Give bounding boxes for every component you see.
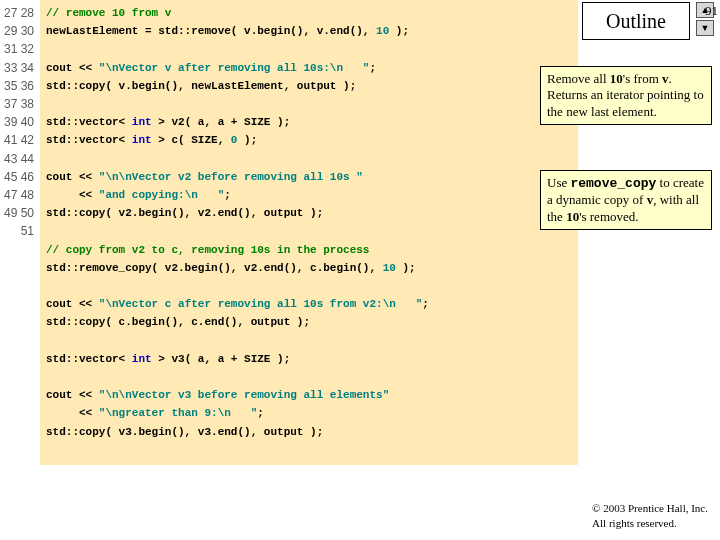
anno-text: 's from	[623, 71, 662, 86]
anno-bold: 10	[610, 71, 623, 86]
copyright-notice: © 2003 Prentice Hall, Inc. All rights re…	[592, 501, 708, 530]
code-block: 27 28 29 30 31 32 33 34 35 36 37 38 39 4…	[0, 0, 578, 465]
page-number: 91	[705, 3, 718, 19]
code-content: // remove 10 from v newLastElement = std…	[40, 0, 578, 465]
outline-heading-box: Outline	[582, 2, 690, 40]
outline-label: Outline	[606, 10, 666, 33]
anno-bold: 10	[566, 209, 579, 224]
scroll-down-button[interactable]: ▼	[696, 20, 714, 36]
anno-code: remove_copy	[570, 176, 656, 191]
annotation-remove-copy: Use remove_copy to create a dynamic copy…	[540, 170, 712, 230]
anno-text: Remove all	[547, 71, 610, 86]
copyright-line: All rights reserved.	[592, 516, 708, 530]
copyright-line: © 2003 Prentice Hall, Inc.	[592, 501, 708, 515]
line-number-gutter: 27 28 29 30 31 32 33 34 35 36 37 38 39 4…	[0, 0, 40, 465]
anno-text: 's removed.	[579, 209, 638, 224]
anno-text: Use	[547, 175, 570, 190]
annotation-remove: Remove all 10's from v. Returns an itera…	[540, 66, 712, 125]
